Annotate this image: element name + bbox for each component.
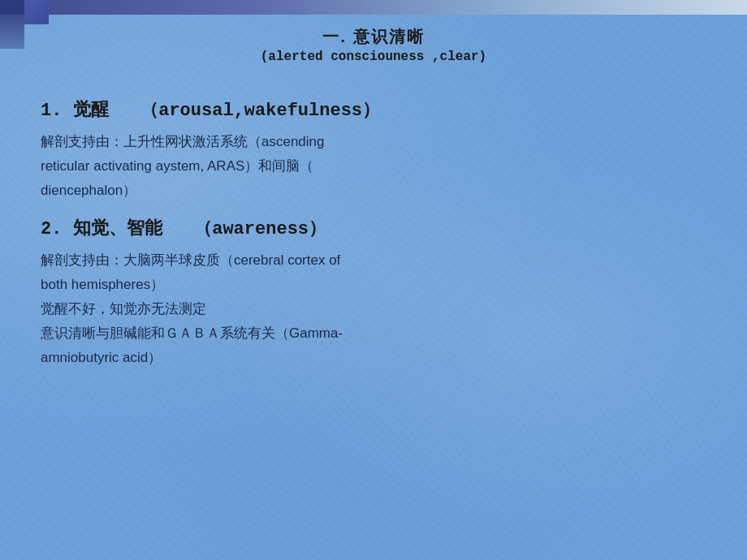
header-title-chinese: 一. 意识清晰 — [16, 26, 731, 48]
section2-heading: 2. 知觉、智能 （awareness） — [41, 216, 706, 243]
section2-title-cn: 知觉、智能 — [73, 218, 162, 238]
section2-body-label: 解剖支持由： — [41, 252, 123, 268]
top-bar — [0, 0, 747, 15]
section1-title-cn: 觉醒 — [73, 99, 109, 119]
section1-body-label: 解剖支持由： — [41, 134, 123, 149]
section2-title-en: （awareness） — [194, 219, 326, 239]
section2-body-text2: 觉醒不好，知觉亦无法测定 — [41, 301, 206, 317]
section1-heading: 1. 觉醒 （arousal,wakefulness） — [41, 97, 706, 124]
section1-body: 解剖支持由：上升性网状激活系统（ascendingreticular activ… — [41, 131, 706, 204]
header-title-english: (alerted consciouness ,clear) — [16, 50, 731, 64]
section2-number: 2. — [41, 219, 62, 239]
section2: 2. 知觉、智能 （awareness） 解剖支持由：大脑两半球皮质（cereb… — [41, 216, 706, 370]
slide-container: 一. 意识清晰 (alerted consciouness ,clear) 1.… — [0, 0, 747, 560]
section2-body-text3: 意识清晰与胆碱能和ＧＡＢＡ系统有关（Gamma-amniobutyric aci… — [41, 325, 343, 365]
slide-header: 一. 意识清晰 (alerted consciouness ,clear) — [0, 18, 747, 72]
section2-body: 解剖支持由：大脑两半球皮质（cerebral cortex ofboth hem… — [41, 249, 706, 370]
section1-number: 1. — [41, 101, 62, 121]
section1-title-en: （arousal,wakefulness） — [140, 101, 380, 121]
slide-content: 1. 觉醒 （arousal,wakefulness） 解剖支持由：上升性网状激… — [41, 97, 706, 536]
